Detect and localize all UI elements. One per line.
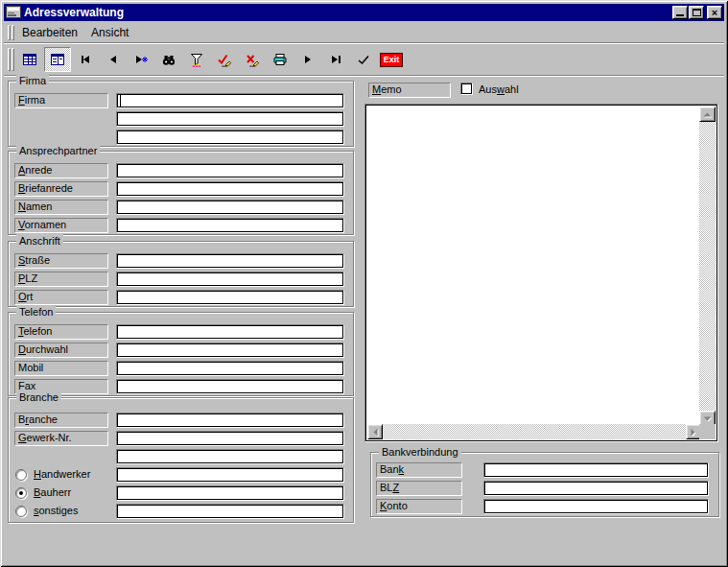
menu-bearbeiten[interactable]: Bearbeiten — [15, 24, 84, 41]
field-row-blz: BLZ — [371, 481, 718, 496]
filter-icon — [189, 52, 204, 67]
maximize-button[interactable] — [689, 6, 704, 19]
arrow-right-icon — [690, 428, 698, 437]
branche-extra-input[interactable] — [116, 449, 344, 464]
scroll-left-button[interactable] — [367, 424, 383, 439]
firma-input-1[interactable] — [116, 93, 344, 108]
last-record-icon — [328, 52, 343, 67]
bank-input[interactable] — [483, 462, 709, 478]
durchwahl-label: Durchwahl — [14, 343, 108, 358]
branche-input[interactable] — [116, 413, 344, 428]
handwerker-radio-label[interactable]: Handwerker — [34, 468, 90, 480]
app-window: Adressverwaltung × Bearbeiten Ansicht — [0, 0, 728, 567]
memo-textarea[interactable] — [367, 106, 701, 426]
briefanrede-input[interactable] — [116, 181, 344, 197]
field-row-bauherr: Bauherr — [9, 485, 353, 501]
strasse-input[interactable] — [116, 253, 344, 269]
form-view-button[interactable] — [44, 47, 71, 72]
field-row-branche: Branche — [9, 413, 353, 428]
ort-input[interactable] — [116, 290, 344, 305]
mobil-input[interactable] — [116, 361, 344, 376]
menu-ansicht[interactable]: Ansicht — [84, 24, 135, 41]
field-row-mobil: Mobil — [9, 361, 353, 376]
menubar-gripper[interactable] — [12, 25, 14, 40]
group-firma: Firma Firma — [8, 81, 354, 147]
briefanrede-label: Briefanrede — [14, 181, 108, 197]
form-view-icon — [50, 52, 65, 67]
arrow-left-icon — [371, 428, 380, 437]
binoculars-icon — [161, 52, 176, 67]
delete-x-pencil-icon — [245, 52, 260, 67]
firma-label: Firma — [14, 93, 108, 108]
bauherr-radio[interactable] — [15, 487, 27, 499]
toolbar-gripper[interactable] — [12, 48, 14, 71]
handwerker-input[interactable] — [116, 467, 344, 483]
group-branche-title: Branche — [16, 390, 61, 404]
bauherr-radio-label[interactable]: Bauherr — [34, 486, 71, 498]
telefon-input[interactable] — [116, 324, 344, 340]
new-record-button[interactable] — [128, 47, 154, 72]
field-row-ort: Ort — [9, 290, 353, 305]
find-button[interactable] — [155, 47, 182, 72]
gewerknr-input[interactable] — [116, 431, 344, 446]
table-view-button[interactable] — [16, 47, 43, 72]
field-row-firma3 — [9, 130, 353, 145]
firma-input-2[interactable] — [116, 111, 344, 127]
window-title: Adressverwaltung — [24, 6, 671, 19]
field-row-durchwahl: Durchwahl — [9, 343, 353, 358]
bauherr-input[interactable] — [116, 485, 344, 501]
titlebar[interactable]: Adressverwaltung × — [4, 4, 724, 21]
durchwahl-input[interactable] — [116, 343, 344, 358]
group-bankverbindung-title: Bankverbindung — [379, 445, 461, 459]
filter-button[interactable] — [183, 47, 210, 72]
edit-record-button[interactable] — [211, 47, 238, 72]
print-button[interactable] — [267, 47, 294, 72]
next-record-button[interactable] — [294, 47, 321, 72]
post-record-button[interactable] — [350, 47, 377, 72]
firma-input-3[interactable] — [116, 130, 344, 145]
konto-input[interactable] — [483, 499, 709, 514]
memo-label: Memo — [368, 83, 451, 98]
group-bankverbindung: Bankverbindung Bank BLZ Konto — [370, 452, 719, 517]
vornamen-input[interactable] — [116, 218, 344, 233]
minimize-button[interactable] — [672, 6, 688, 19]
fax-input[interactable] — [116, 379, 344, 394]
plz-input[interactable] — [116, 272, 344, 287]
close-button[interactable]: × — [707, 6, 722, 19]
toolbar-gripper[interactable] — [8, 48, 11, 71]
group-ansprechpartner-title: Ansprechpartner — [16, 144, 100, 157]
delete-record-button[interactable] — [239, 47, 266, 72]
field-row-namen: Namen — [9, 200, 353, 215]
app-icon[interactable] — [6, 5, 21, 20]
group-firma-title: Firma — [16, 74, 49, 87]
memo-vertical-scrollbar[interactable] — [699, 106, 716, 426]
scroll-up-button[interactable] — [699, 106, 716, 122]
menubar: Bearbeiten Ansicht — [4, 22, 724, 43]
anrede-input[interactable] — [116, 163, 344, 178]
namen-label: Namen — [14, 200, 108, 215]
last-record-button[interactable] — [322, 47, 349, 72]
strasse-label: Straße — [14, 253, 108, 269]
edit-check-pencil-icon — [217, 52, 232, 67]
menubar-gripper[interactable] — [8, 25, 11, 40]
prior-record-button[interactable] — [100, 47, 127, 72]
group-anschrift-title: Anschrift — [16, 234, 63, 248]
first-record-button[interactable] — [72, 47, 99, 72]
arrow-down-icon — [703, 414, 712, 423]
memo-horizontal-scrollbar[interactable] — [367, 424, 701, 439]
sonstiges-radio-label[interactable]: sonstiges — [34, 505, 78, 516]
group-branche: Branche Branche Gewerk-Nr. Handwerker Ba… — [8, 397, 354, 523]
telefon-label: Telefon — [14, 324, 108, 340]
sonstiges-radio[interactable] — [15, 506, 27, 517]
sonstiges-input[interactable] — [116, 504, 344, 519]
auswahl-checkbox-label[interactable]: Auswahl — [479, 83, 519, 95]
toolbar: Exit — [4, 44, 724, 76]
blz-input[interactable] — [483, 481, 709, 496]
exit-button[interactable]: Exit — [378, 47, 405, 72]
auswahl-checkbox[interactable] — [460, 83, 473, 95]
namen-input[interactable] — [116, 200, 344, 215]
next-record-icon — [300, 52, 316, 67]
bank-label: Bank — [376, 462, 462, 478]
handwerker-radio[interactable] — [15, 469, 27, 481]
minimize-icon — [676, 14, 684, 16]
